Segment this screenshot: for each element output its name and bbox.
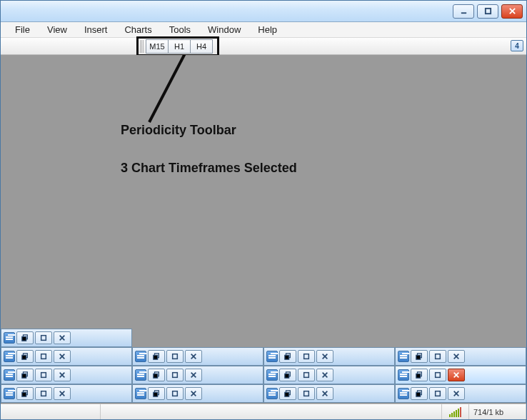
child-close-button[interactable] [54, 369, 71, 381]
chart-count-badge[interactable]: 4 [511, 40, 523, 51]
timeframe-h4-button[interactable]: H4 [190, 39, 213, 54]
child-close-button[interactable] [448, 387, 465, 400]
menu-bar: File View Insert Charts Tools Window Hel… [1, 22, 526, 38]
child-window[interactable] [132, 384, 264, 403]
chart-icon [266, 388, 278, 399]
child-restore-button[interactable] [16, 331, 34, 344]
annotation-title: Periodicity Toolbar [121, 123, 236, 138]
menu-charts[interactable]: Charts [116, 23, 160, 36]
child-maximize-button[interactable] [166, 387, 184, 400]
child-window[interactable] [132, 366, 264, 384]
toolbar-grip-icon[interactable] [140, 40, 144, 53]
child-restore-button[interactable] [411, 387, 428, 400]
menu-insert[interactable]: Insert [76, 23, 116, 36]
svg-rect-52 [41, 391, 46, 396]
child-close-button[interactable] [316, 387, 333, 400]
child-close-button[interactable] [185, 369, 202, 381]
svg-rect-66 [416, 392, 421, 396]
workspace: Periodicity Toolbar 3 Chart Timeframes S… [1, 55, 526, 404]
child-window[interactable] [1, 329, 132, 347]
maximize-button[interactable] [477, 4, 498, 19]
child-maximize-button[interactable] [429, 350, 446, 363]
child-close-button[interactable] [54, 387, 71, 400]
svg-rect-37 [173, 373, 178, 378]
close-button[interactable] [501, 4, 523, 19]
svg-rect-67 [436, 391, 441, 396]
menu-tools[interactable]: Tools [161, 23, 199, 36]
annotation-subtitle: 3 Chart Timeframes Selected [121, 161, 297, 176]
child-maximize-button[interactable] [35, 369, 52, 381]
child-restore-button[interactable] [279, 350, 296, 363]
child-close-button[interactable] [185, 387, 202, 400]
child-close-button[interactable] [448, 369, 465, 381]
child-restore-button[interactable] [411, 350, 428, 363]
menu-help[interactable]: Help [249, 23, 286, 36]
child-restore-button[interactable] [16, 387, 34, 400]
child-maximize-button[interactable] [35, 350, 52, 363]
child-window[interactable] [395, 384, 526, 403]
child-window[interactable] [264, 347, 395, 366]
child-window[interactable] [1, 366, 132, 384]
child-maximize-button[interactable] [166, 350, 184, 363]
child-restore-button[interactable] [148, 350, 165, 363]
child-restore-button[interactable] [279, 387, 296, 400]
svg-line-4 [149, 55, 185, 122]
svg-rect-22 [304, 354, 309, 359]
child-window[interactable] [264, 366, 395, 384]
child-maximize-button[interactable] [429, 369, 446, 381]
child-restore-button[interactable] [411, 369, 428, 381]
status-spacer [101, 404, 442, 419]
chart-icon [266, 351, 278, 362]
child-maximize-button[interactable] [298, 387, 315, 400]
child-maximize-button[interactable] [298, 350, 315, 363]
chart-icon [4, 332, 15, 344]
svg-rect-31 [22, 374, 26, 378]
child-restore-button[interactable] [148, 387, 165, 400]
child-restore-button[interactable] [148, 369, 165, 381]
timeframe-h1-button[interactable]: H1 [168, 39, 191, 54]
child-close-button[interactable] [185, 350, 202, 363]
menu-view[interactable]: View [39, 23, 76, 36]
child-window[interactable] [395, 347, 526, 366]
chart-icon [398, 369, 409, 381]
svg-rect-32 [41, 373, 46, 378]
svg-rect-27 [436, 354, 441, 359]
child-window[interactable] [264, 384, 395, 403]
child-maximize-button[interactable] [166, 369, 184, 381]
toolbar: M15 H1 H4 4 [1, 38, 526, 55]
child-window[interactable] [1, 384, 132, 403]
svg-rect-42 [304, 373, 309, 378]
periodicity-toolbar: M15 H1 H4 [140, 39, 213, 54]
child-maximize-button[interactable] [35, 331, 52, 344]
menu-file[interactable]: File [6, 23, 39, 36]
svg-rect-36 [154, 374, 158, 378]
svg-rect-26 [416, 355, 421, 359]
child-close-button[interactable] [316, 350, 333, 363]
child-restore-button[interactable] [16, 369, 34, 381]
child-maximize-button[interactable] [298, 369, 315, 381]
child-maximize-button[interactable] [429, 387, 446, 400]
chart-icon [4, 369, 15, 381]
svg-rect-62 [304, 391, 309, 396]
svg-rect-12 [41, 354, 46, 359]
svg-rect-51 [22, 392, 26, 396]
child-restore-button[interactable] [16, 350, 34, 363]
svg-rect-17 [173, 354, 178, 359]
svg-rect-46 [416, 374, 421, 378]
minimize-button[interactable] [453, 4, 474, 19]
child-window[interactable] [132, 347, 264, 366]
child-close-button[interactable] [316, 369, 333, 381]
child-window[interactable] [395, 366, 526, 384]
child-restore-button[interactable] [279, 369, 296, 381]
child-close-button[interactable] [448, 350, 465, 363]
timeframe-m15-button[interactable]: M15 [146, 39, 169, 54]
svg-rect-16 [154, 355, 158, 359]
menu-window[interactable]: Window [199, 23, 249, 36]
child-maximize-button[interactable] [35, 387, 52, 400]
child-close-button[interactable] [54, 350, 71, 363]
annotation-line-icon [144, 55, 201, 126]
child-window[interactable] [1, 347, 132, 366]
chart-icon [398, 388, 409, 399]
child-close-button[interactable] [54, 331, 71, 344]
svg-rect-57 [173, 391, 178, 396]
